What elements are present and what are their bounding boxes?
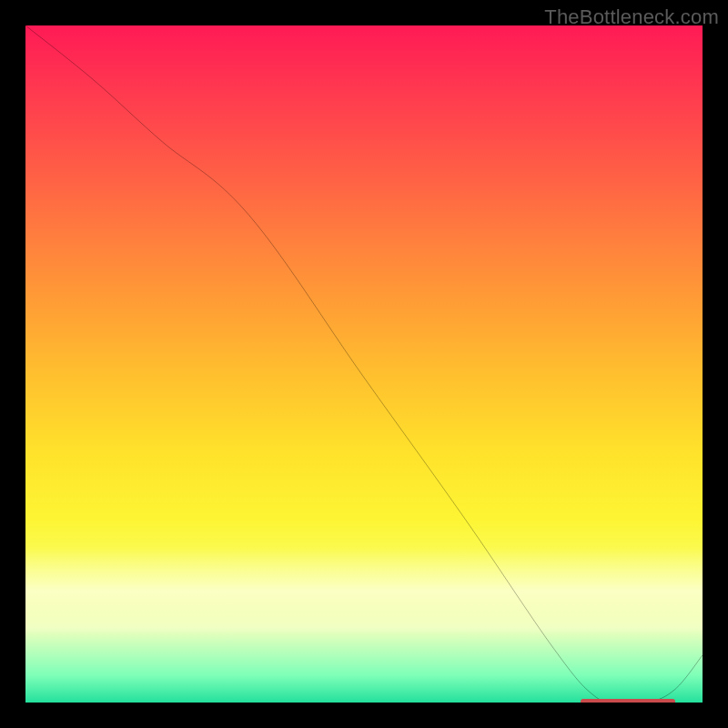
curve-svg — [25, 25, 703, 703]
plot-area — [25, 25, 703, 703]
optimum-flat-marker — [581, 699, 675, 703]
bottleneck-curve — [25, 25, 703, 703]
chart-frame: TheBottleneck.com — [0, 0, 728, 728]
